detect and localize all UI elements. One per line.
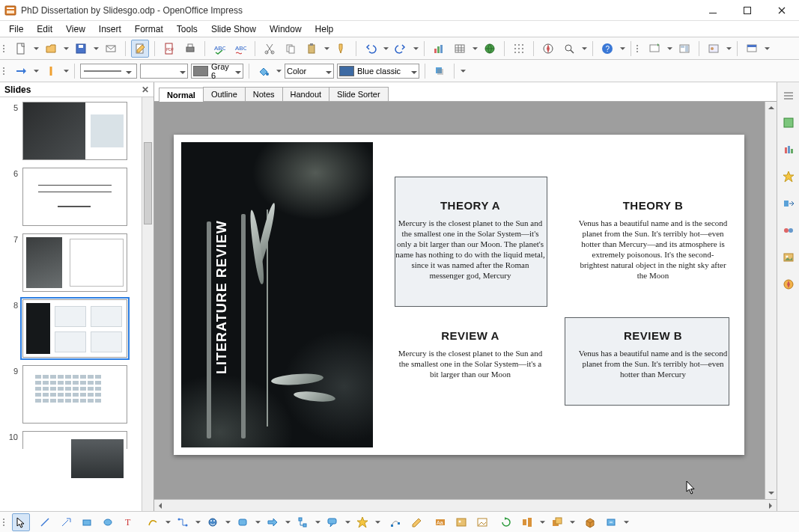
fontwork-button[interactable]: Aa xyxy=(431,513,449,531)
styles-pane-icon[interactable] xyxy=(780,221,798,239)
arrow-style-dropdown[interactable] xyxy=(33,62,39,80)
auto-spellcheck-button[interactable]: ABC xyxy=(231,40,249,58)
table-dropdown[interactable] xyxy=(472,40,478,58)
points-edit-button[interactable] xyxy=(386,513,404,531)
task-pane-toggle-icon[interactable] xyxy=(780,87,798,105)
redo-dropdown[interactable] xyxy=(413,40,419,58)
arrange-button[interactable] xyxy=(548,513,566,531)
navigator-button[interactable] xyxy=(539,40,557,58)
cut-button[interactable] xyxy=(261,40,279,58)
flowchart-button[interactable] xyxy=(294,513,312,531)
curve-tool-dropdown[interactable] xyxy=(165,513,171,531)
gallery-pane-icon[interactable] xyxy=(780,248,798,266)
toolbar-grip-3[interactable] xyxy=(3,63,7,79)
slide-canvas[interactable]: LITERATURE REVIEW THEORY A Mercury is th… xyxy=(154,102,765,499)
undo-button[interactable] xyxy=(362,40,380,58)
slide-layout-button[interactable] xyxy=(675,40,693,58)
ellipse-tool-button[interactable] xyxy=(99,513,117,531)
toolbar-overflow-2[interactable] xyxy=(764,40,770,58)
copy-button[interactable] xyxy=(282,40,300,58)
custom-animation-pane-icon[interactable] xyxy=(780,168,798,186)
tab-outline[interactable]: Outline xyxy=(203,87,246,101)
slide-thumbnail-10[interactable] xyxy=(22,431,127,449)
gallery-button[interactable] xyxy=(473,513,491,531)
line-endstyle-dropdown[interactable] xyxy=(63,62,69,80)
line-style-select[interactable] xyxy=(80,64,137,79)
new-document-button[interactable] xyxy=(12,40,30,58)
text-tool-button[interactable]: T xyxy=(120,513,138,531)
zoom-button[interactable] xyxy=(560,40,578,58)
toolbar-overflow-1[interactable] xyxy=(619,40,625,58)
extrusion-button[interactable] xyxy=(581,513,599,531)
arrow-style-button[interactable] xyxy=(12,62,30,80)
format-paintbrush-button[interactable] xyxy=(332,40,350,58)
select-tool-button[interactable] xyxy=(12,513,30,531)
symbol-shapes-button[interactable] xyxy=(234,513,252,531)
rectangle-tool-button[interactable] xyxy=(78,513,96,531)
curve-tool-button[interactable] xyxy=(144,513,162,531)
align-dropdown[interactable] xyxy=(539,513,545,531)
arrow-tool-button[interactable] xyxy=(57,513,75,531)
menu-help[interactable]: Help xyxy=(309,22,340,36)
slide-left-panel[interactable]: LITERATURE REVIEW xyxy=(181,142,373,447)
block-arrows-button[interactable] xyxy=(264,513,282,531)
tab-normal[interactable]: Normal xyxy=(159,88,204,102)
help-button[interactable]: ? xyxy=(598,40,616,58)
menu-window[interactable]: Window xyxy=(264,22,308,36)
window-maximize-button[interactable] xyxy=(730,0,765,21)
redo-button[interactable] xyxy=(392,40,410,58)
menu-view[interactable]: View xyxy=(60,22,91,36)
menu-format[interactable]: Format xyxy=(129,22,169,36)
slide-thumbnail-9[interactable] xyxy=(22,365,127,424)
export-pdf-button[interactable]: PDF xyxy=(160,40,178,58)
fill-bucket-button[interactable] xyxy=(255,62,273,80)
tab-handout[interactable]: Handout xyxy=(282,87,330,101)
basic-shapes-dropdown[interactable] xyxy=(225,513,231,531)
stars-button[interactable] xyxy=(353,513,371,531)
hyperlink-button[interactable] xyxy=(481,40,499,58)
menu-insert[interactable]: Insert xyxy=(93,22,127,36)
master-pages-pane-icon[interactable] xyxy=(780,141,798,159)
menu-tools[interactable]: Tools xyxy=(171,22,204,36)
toolbar-grip[interactable] xyxy=(3,40,7,57)
slide-title[interactable]: LITERATURE REVIEW xyxy=(214,220,230,374)
open-dropdown[interactable] xyxy=(63,40,69,58)
insert-slide-dropdown[interactable] xyxy=(666,40,672,58)
toolbar-overflow-3[interactable] xyxy=(460,62,466,80)
slide-thumbnail-7[interactable] xyxy=(22,233,127,292)
line-width-select[interactable] xyxy=(140,64,188,79)
slide-transition-pane-icon[interactable] xyxy=(780,195,798,213)
tab-notes[interactable]: Notes xyxy=(245,87,283,101)
new-document-dropdown[interactable] xyxy=(33,40,39,58)
callouts-button[interactable] xyxy=(323,513,341,531)
slides-list[interactable]: 5 6 7 8 xyxy=(0,97,142,511)
connector-tool-dropdown[interactable] xyxy=(195,513,201,531)
toolbar-grip-2[interactable] xyxy=(637,40,641,57)
gluepoints-button[interactable] xyxy=(407,513,425,531)
line-tool-button[interactable] xyxy=(36,513,54,531)
callouts-dropdown[interactable] xyxy=(344,513,350,531)
align-button[interactable] xyxy=(518,513,536,531)
textbox-theory-b[interactable]: THEORY B Venus has a beautiful name and … xyxy=(578,178,728,281)
table-button[interactable] xyxy=(451,40,469,58)
grid-button[interactable] xyxy=(510,40,528,58)
arrange-dropdown[interactable] xyxy=(569,513,575,531)
textbox-theory-a[interactable]: THEORY A Mercury is the closest planet t… xyxy=(395,178,545,313)
textbox-review-b[interactable]: REVIEW B Venus has a beautiful name and … xyxy=(578,322,728,412)
canvas-vertical-scrollbar[interactable] xyxy=(765,102,777,499)
zoom-dropdown[interactable] xyxy=(581,40,587,58)
slide-design-button[interactable] xyxy=(705,40,723,58)
paste-button[interactable] xyxy=(303,40,320,58)
line-endstyle-button[interactable] xyxy=(42,62,60,80)
fill-color-select[interactable]: Blue classic xyxy=(337,64,419,79)
menu-edit[interactable]: Edit xyxy=(31,22,58,36)
symbol-shapes-dropdown[interactable] xyxy=(255,513,261,531)
flowchart-dropdown[interactable] xyxy=(315,513,320,531)
edit-file-button[interactable] xyxy=(131,40,149,58)
print-button[interactable] xyxy=(181,40,199,58)
spellcheck-button[interactable]: ABC xyxy=(210,40,228,58)
slide-thumbnail-8[interactable] xyxy=(22,299,127,358)
line-color-select[interactable]: Gray 6 xyxy=(191,64,243,79)
start-slideshow-button[interactable] xyxy=(743,40,761,58)
block-arrows-dropdown[interactable] xyxy=(285,513,291,531)
